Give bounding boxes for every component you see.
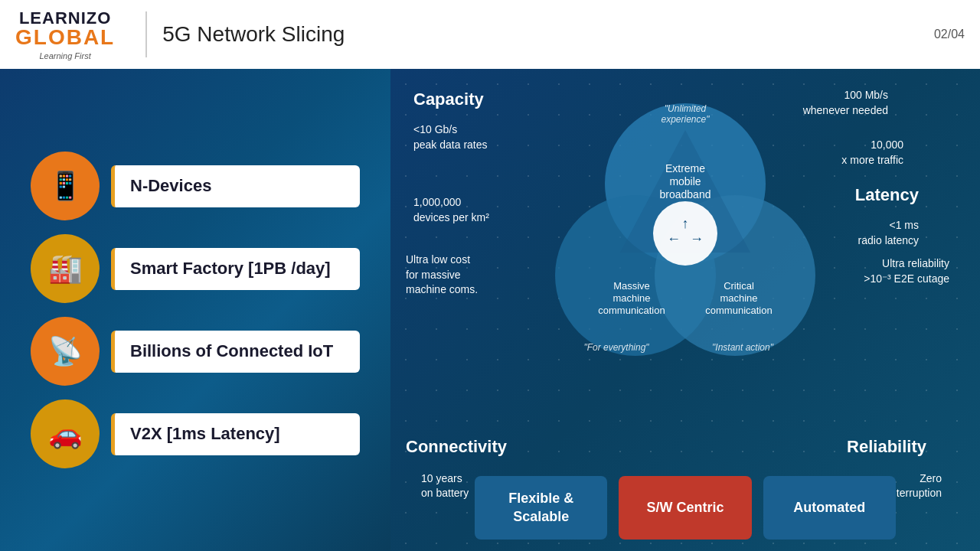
device-item-iot: 📡 Billions of Connected IoT — [31, 317, 360, 386]
main-content: 📱 N-Devices 🏭 Smart Factory [1PB /day] 📡… — [0, 69, 980, 551]
ultra-reliability-label: Ultra reliability>10⁻³ E2E cutage — [864, 256, 949, 286]
venn-diagram: ↑ ← → Extreme mobile broadband Massive m… — [547, 84, 823, 375]
v2x-label: V2X [1ms Latency] — [111, 413, 360, 455]
header: LEARNIZO GLOBAL Learning First 5G Networ… — [0, 0, 980, 69]
svg-text:machine: machine — [720, 292, 757, 304]
page-title: 5G Network Slicing — [162, 22, 345, 47]
flexible-scalable-button[interactable]: Flexible & Scalable — [475, 476, 607, 540]
left-panel: 📱 N-Devices 🏭 Smart Factory [1PB /day] 📡… — [0, 69, 390, 551]
phone-icon: 📱 — [48, 170, 83, 202]
svg-point-4 — [653, 201, 717, 266]
logo-tagline: Learning First — [39, 51, 90, 60]
logo-area: LEARNIZO GLOBAL Learning First — [15, 8, 115, 60]
svg-text:communication: communication — [705, 305, 772, 316]
device-item-n-devices: 📱 N-Devices — [31, 152, 360, 220]
svg-text:machine: machine — [612, 292, 650, 304]
header-divider — [145, 11, 147, 57]
svg-text:mobile: mobile — [669, 175, 701, 187]
svg-text:↑: ↑ — [682, 216, 689, 231]
peak-data-label: <10 Gb/speak data rates — [413, 122, 488, 152]
svg-text:→: → — [690, 231, 704, 246]
1ms-label: <1 msradio latency — [858, 218, 919, 248]
sw-centric-button[interactable]: S/W Centric — [619, 476, 751, 540]
svg-text:experience": experience" — [662, 114, 710, 125]
connectivity-label: Connectivity — [406, 435, 507, 459]
reliability-label: Reliability — [847, 435, 926, 459]
smart-factory-label: Smart Factory [1PB /day] — [111, 248, 360, 290]
iot-icon: 📡 — [48, 335, 83, 367]
right-panel: Capacity <10 Gb/speak data rates 1,000,0… — [390, 69, 980, 551]
iot-label: Billions of Connected IoT — [111, 331, 360, 373]
n-devices-icon-circle: 📱 — [31, 152, 100, 220]
devices-km-label: 1,000,000devices per km² — [413, 195, 489, 225]
v2x-icon-circle: 🚗 — [31, 399, 100, 468]
automated-button[interactable]: Automated — [763, 476, 896, 540]
svg-point-2 — [655, 195, 815, 356]
slide-number: 02/04 — [934, 28, 965, 41]
svg-text:broadband: broadband — [660, 188, 711, 201]
capacity-label: Capacity — [413, 88, 484, 112]
device-item-smart-factory: 🏭 Smart Factory [1PB /day] — [31, 234, 360, 303]
ultra-low-label: Ultra low costfor massivemachine coms. — [406, 253, 478, 298]
svg-text:communication: communication — [598, 305, 665, 316]
latency-label: Latency — [855, 184, 919, 207]
car-icon: 🚗 — [48, 418, 83, 450]
svg-text:Massive: Massive — [613, 280, 650, 292]
svg-text:Critical: Critical — [724, 280, 754, 292]
svg-text:"Unlimited: "Unlimited — [665, 103, 707, 114]
10000-label: 10,000x more traffic — [841, 138, 903, 168]
svg-text:Extreme: Extreme — [665, 162, 705, 174]
svg-point-0 — [605, 103, 766, 264]
svg-text:←: ← — [667, 231, 681, 246]
logo-global: GLOBAL — [15, 25, 115, 50]
svg-marker-3 — [620, 130, 750, 253]
svg-text:"Instant action": "Instant action" — [712, 342, 774, 353]
bottom-buttons: Flexible & Scalable S/W Centric Automate… — [475, 476, 896, 540]
device-item-v2x: 🚗 V2X [1ms Latency] — [31, 399, 360, 468]
iot-icon-circle: 📡 — [31, 317, 100, 386]
10years-label: 10 yearson battery — [421, 471, 469, 501]
svg-text:"For everything": "For everything" — [583, 342, 649, 353]
smart-factory-icon-circle: 🏭 — [31, 234, 100, 303]
svg-point-1 — [555, 195, 716, 356]
factory-icon: 🏭 — [48, 253, 83, 285]
n-devices-label: N-Devices — [111, 165, 360, 207]
